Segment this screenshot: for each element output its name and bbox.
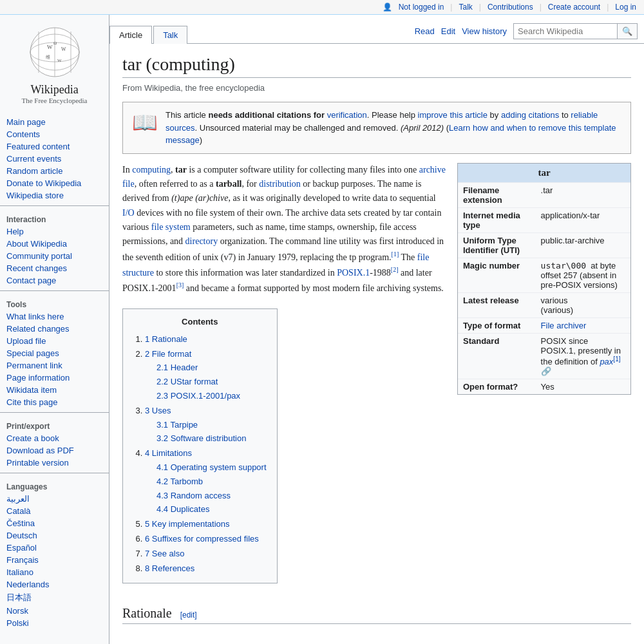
sep1: |	[450, 3, 452, 12]
toc-item-1: 1 Rationale	[145, 333, 267, 346]
toc-link-posix[interactable]: 2.3 POSIX.1-2001/pax	[156, 391, 240, 401]
toc-link-random-access[interactable]: 4.3 Random access	[156, 491, 231, 500]
tab-talk[interactable]: Talk	[153, 26, 187, 44]
toc-link-duplicates[interactable]: 4.4 Duplicates	[156, 504, 209, 514]
toc-link-uses[interactable]: 3 Uses	[145, 406, 171, 415]
toc-link-references[interactable]: 8 References	[145, 564, 194, 573]
sidebar-item-what-links[interactable]: What links here	[0, 310, 109, 323]
toc-link-os-support[interactable]: 4.1 Operating system support	[156, 462, 267, 472]
talk-link[interactable]: Talk	[459, 3, 472, 12]
sidebar-item-lang-nl[interactable]: Nederlands	[0, 578, 109, 591]
rationale-edit-link[interactable]: [edit]	[180, 611, 197, 620]
directory-link[interactable]: directory	[185, 236, 218, 246]
verification-link[interactable]: verification	[327, 110, 367, 120]
sidebar-item-lang-fr[interactable]: Français	[0, 554, 109, 566]
tab-view-history[interactable]: View history	[462, 26, 507, 36]
notice-date: (April 2012)	[401, 123, 444, 133]
pax-link[interactable]: pax[1]	[600, 357, 620, 366]
sidebar-item-main-page[interactable]: Main page	[0, 116, 109, 128]
tab-bar-left: Article Talk	[109, 25, 408, 43]
learn-more-link[interactable]: Learn how and when to remove this templa…	[166, 123, 616, 146]
sidebar-item-featured[interactable]: Featured content	[0, 140, 109, 153]
sidebar-item-download-pdf[interactable]: Download as PDF	[0, 444, 109, 457]
sidebar-item-lang-pl[interactable]: Polski	[0, 617, 109, 629]
sidebar-item-recent[interactable]: Recent changes	[0, 262, 109, 274]
toc-link-header[interactable]: 2.1 Header	[156, 363, 198, 372]
adding-citations-link[interactable]: adding citations	[501, 110, 559, 120]
infobox-value: File archiver	[536, 317, 630, 333]
tab-read[interactable]: Read	[415, 26, 435, 36]
notice-text: This article needs additional citations …	[166, 109, 621, 147]
toc-link-limitations[interactable]: 4 Limitations	[145, 448, 192, 458]
sidebar-item-lang-ja[interactable]: 日本語	[0, 591, 109, 605]
sidebar-item-upload[interactable]: Upload file	[0, 335, 109, 347]
sidebar-item-lang-it[interactable]: Italiano	[0, 566, 109, 578]
sidebar-item-lang-ca[interactable]: Català	[0, 505, 109, 517]
sidebar-item-community[interactable]: Community portal	[0, 250, 109, 262]
sidebar-item-create-book[interactable]: Create a book	[0, 432, 109, 444]
sidebar-item-contents[interactable]: Contents	[0, 128, 109, 140]
create-account-link[interactable]: Create account	[548, 3, 600, 12]
sidebar-item-lang-ar[interactable]: العربية	[0, 493, 109, 505]
improve-link[interactable]: improve this article	[418, 110, 488, 120]
toc-link-tarpipe[interactable]: 3.1 Tarpipe	[156, 420, 198, 430]
sidebar-item-contact[interactable]: Contact page	[0, 274, 109, 287]
search-button[interactable]: 🔍	[617, 24, 637, 39]
sidebar-item-permalink[interactable]: Permanent link	[0, 359, 109, 372]
infobox-row: Latest release various(various)	[458, 292, 630, 317]
toc-item-3-1: 3.1 Tarpipe	[156, 419, 267, 432]
infobox-row: Open format? Yes	[458, 379, 630, 394]
sidebar-item-printable[interactable]: Printable version	[0, 457, 109, 469]
file-structure-link[interactable]: file structure	[122, 252, 429, 278]
distribution-link[interactable]: distribution	[259, 179, 301, 189]
sidebar-item-store[interactable]: Wikipedia store	[0, 189, 109, 202]
ref1-link[interactable]: [1]	[392, 251, 399, 258]
toc-sub-3: 3.1 Tarpipe 3.2 Software distribution	[145, 419, 267, 446]
toc-link-fileformat[interactable]: 2 File format	[145, 349, 191, 359]
sidebar-item-help[interactable]: Help	[0, 225, 109, 238]
toc-link-suffixes[interactable]: 6 Suffixes for compressed files	[145, 534, 259, 544]
sidebar-item-lang-no[interactable]: Norsk	[0, 605, 109, 617]
toc-link-see-also[interactable]: 7 See also	[145, 549, 184, 558]
sidebar-divider-1	[0, 205, 109, 206]
infobox-label: Internet media type	[458, 207, 536, 232]
sidebar-item-special[interactable]: Special pages	[0, 347, 109, 359]
file-archiver-link[interactable]: File archiver	[541, 321, 587, 330]
log-in-link[interactable]: Log in	[615, 3, 636, 12]
tape-archive-italic: (t)ape (ar)chive	[171, 193, 228, 203]
toc-link-ustar[interactable]: 2.2 UStar format	[156, 377, 218, 386]
sidebar-item-lang-es[interactable]: Español	[0, 542, 109, 554]
ref3-link[interactable]: [3]	[176, 281, 184, 289]
page-wrapper: 👤 Not logged in | Talk | Contributions |…	[0, 0, 644, 644]
sidebar-item-random[interactable]: Random article	[0, 165, 109, 177]
posix-link[interactable]: POSIX.1	[337, 268, 370, 278]
sidebar-item-cite[interactable]: Cite this page	[0, 396, 109, 408]
sidebar-item-lang-cs[interactable]: Čeština	[0, 517, 109, 529]
logo-title: Wikipedia	[3, 83, 106, 97]
sidebar-item-page-info[interactable]: Page information	[0, 372, 109, 384]
sidebar-item-current-events[interactable]: Current events	[0, 153, 109, 165]
io-link[interactable]: I/O	[122, 208, 135, 218]
tab-article[interactable]: Article	[109, 26, 152, 44]
toc-link-key-impl[interactable]: 5 Key implementations	[145, 519, 230, 529]
sidebar-item-wikidata[interactable]: Wikidata item	[0, 384, 109, 396]
sidebar-divider-3	[0, 412, 109, 413]
sidebar-item-donate[interactable]: Donate to Wikipedia	[0, 177, 109, 189]
contributions-link[interactable]: Contributions	[488, 3, 533, 12]
sidebar-item-lang-de[interactable]: Deutsch	[0, 529, 109, 542]
tab-edit[interactable]: Edit	[441, 26, 455, 36]
toc-link-rationale[interactable]: 1 Rationale	[145, 334, 187, 344]
computing-link[interactable]: computing	[132, 165, 171, 175]
wikipedia-globe-icon: W Ω W 维 W	[29, 26, 80, 78]
toc-link-tarbomb[interactable]: 4.2 Tarbomb	[156, 477, 203, 486]
toc-link-software-dist[interactable]: 3.2 Software distribution	[156, 433, 246, 443]
infobox-label: Open format?	[458, 379, 536, 394]
ref2-link[interactable]: [2]	[391, 266, 399, 273]
toc-item-4-1: 4.1 Operating system support	[156, 461, 267, 475]
file-system-link[interactable]: file system	[151, 222, 191, 232]
search-input[interactable]	[514, 24, 617, 39]
sidebar-item-about[interactable]: About Wikipedia	[0, 238, 109, 250]
infobox-label: Latest release	[458, 292, 536, 317]
svg-text:W: W	[61, 46, 66, 52]
sidebar-item-related-changes[interactable]: Related changes	[0, 323, 109, 335]
